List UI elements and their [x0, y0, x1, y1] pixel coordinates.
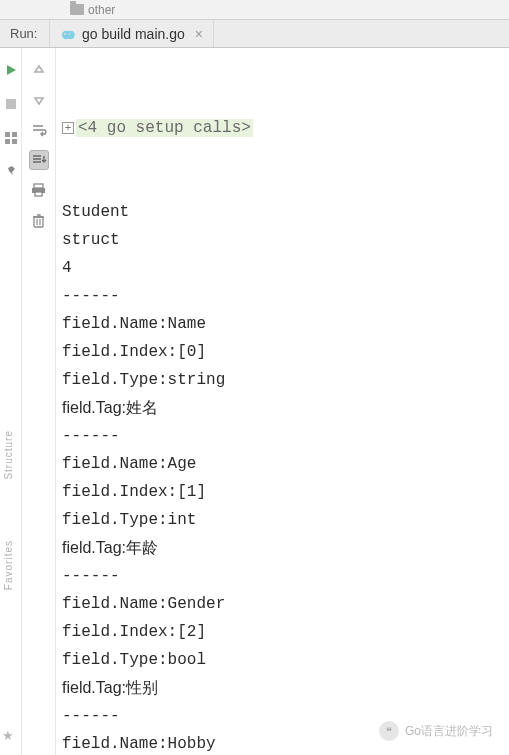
- folder-icon: [70, 4, 84, 15]
- console-line: field.Name:Age: [62, 450, 503, 478]
- run-config-tab[interactable]: go build main.go ×: [50, 20, 214, 47]
- svg-marker-6: [7, 65, 16, 75]
- up-stack-button[interactable]: [29, 60, 49, 80]
- close-icon[interactable]: ×: [191, 26, 203, 42]
- console-line: ------: [62, 562, 503, 590]
- left-tool-rail: Structure Favorites: [0, 430, 16, 590]
- console-line: field.Index:[1]: [62, 478, 503, 506]
- project-folder-item[interactable]: other: [60, 3, 125, 17]
- console-line-setup: +<4 go setup calls>: [62, 114, 503, 142]
- svg-rect-11: [12, 139, 17, 144]
- console-line: ------: [62, 422, 503, 450]
- structure-tool-label[interactable]: Structure: [3, 430, 14, 480]
- favorites-tool-label[interactable]: Favorites: [3, 540, 14, 590]
- console-line: field.Type:bool: [62, 646, 503, 674]
- svg-rect-12: [34, 184, 43, 188]
- pin-button[interactable]: [1, 162, 21, 182]
- down-stack-button[interactable]: [29, 90, 49, 110]
- console-line: Student: [62, 198, 503, 226]
- console-tool-gutter: [22, 48, 56, 755]
- console-line: field.Tag:姓名: [62, 394, 503, 422]
- rerun-button[interactable]: [1, 60, 21, 80]
- setup-call-text: <4 go setup calls>: [76, 119, 253, 137]
- console-line: ------: [62, 282, 503, 310]
- fold-expand-icon[interactable]: +: [62, 122, 74, 134]
- run-panel-body: +<4 go setup calls> Studentstruct4------…: [0, 48, 509, 755]
- console-line: field.Tag:性别: [62, 674, 503, 702]
- layout-button[interactable]: [1, 128, 21, 148]
- console-line: struct: [62, 226, 503, 254]
- svg-rect-10: [5, 139, 10, 144]
- watermark-text: Go语言进阶学习: [405, 723, 493, 740]
- run-tab-label: go build main.go: [82, 26, 185, 42]
- soft-wrap-button[interactable]: [29, 120, 49, 140]
- console-line: field.Tag:年龄: [62, 534, 503, 562]
- svg-rect-14: [35, 192, 42, 196]
- console-line: field.Index:[0]: [62, 338, 503, 366]
- project-tree-strip: other: [0, 0, 509, 20]
- console-line: field.Type:int: [62, 506, 503, 534]
- clear-all-button[interactable]: [29, 210, 49, 230]
- console-line: 4: [62, 254, 503, 282]
- svg-rect-7: [6, 99, 16, 109]
- svg-point-4: [65, 33, 66, 34]
- run-panel-label: Run:: [0, 20, 50, 47]
- stop-button[interactable]: [1, 94, 21, 114]
- run-control-gutter: [0, 48, 22, 755]
- console-line: field.Name:Gender: [62, 590, 503, 618]
- console-line: field.Name:Name: [62, 310, 503, 338]
- folder-label: other: [88, 3, 115, 17]
- run-tab-bar: Run: go build main.go ×: [0, 20, 509, 48]
- console-line: field.Index:[2]: [62, 618, 503, 646]
- scroll-to-end-button[interactable]: [29, 150, 49, 170]
- wechat-icon: ❝: [379, 721, 399, 741]
- favorites-star-icon[interactable]: ★: [2, 728, 14, 743]
- go-file-icon: [60, 26, 76, 42]
- console-output[interactable]: +<4 go setup calls> Studentstruct4------…: [56, 48, 509, 755]
- svg-rect-15: [34, 217, 43, 227]
- watermark: ❝ Go语言进阶学习: [379, 721, 493, 741]
- console-line: field.Type:string: [62, 366, 503, 394]
- svg-point-5: [69, 33, 70, 34]
- print-button[interactable]: [29, 180, 49, 200]
- svg-rect-9: [12, 132, 17, 137]
- svg-point-1: [66, 30, 74, 38]
- svg-rect-8: [5, 132, 10, 137]
